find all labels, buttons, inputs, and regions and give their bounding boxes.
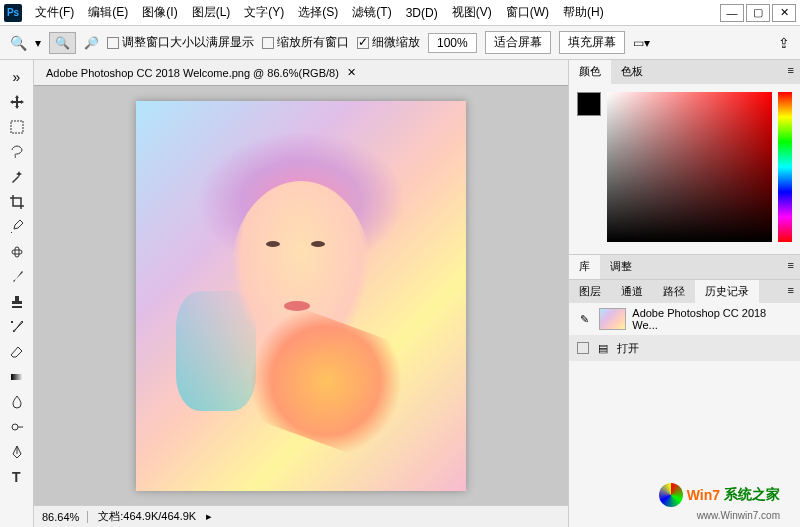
tab-adjustments[interactable]: 调整 xyxy=(600,255,642,279)
canvas-image xyxy=(136,101,466,491)
crop-tool[interactable] xyxy=(5,191,29,213)
close-button[interactable]: ✕ xyxy=(772,4,796,22)
svg-rect-2 xyxy=(15,247,19,257)
move-tool[interactable] xyxy=(5,91,29,113)
menu-layer[interactable]: 图层(L) xyxy=(185,4,238,21)
menu-view[interactable]: 视图(V) xyxy=(445,4,499,21)
ps-logo-icon: Ps xyxy=(4,4,22,22)
menu-select[interactable]: 选择(S) xyxy=(291,4,345,21)
magic-wand-tool[interactable] xyxy=(5,166,29,188)
document-tab-title: Adobe Photoshop CC 2018 Welcome.png @ 86… xyxy=(46,67,339,79)
menu-file[interactable]: 文件(F) xyxy=(28,4,81,21)
tab-layers[interactable]: 图层 xyxy=(569,280,611,303)
svg-rect-1 xyxy=(12,250,22,254)
options-bar: 🔍 ▾ 🔍 🔎 调整窗口大小以满屏显示 缩放所有窗口 细微缩放 100% 适合屏… xyxy=(0,26,800,60)
snapshot-thumb xyxy=(599,308,627,330)
resize-windows-checkbox[interactable]: 调整窗口大小以满屏显示 xyxy=(107,34,254,51)
history-marker-icon xyxy=(577,342,589,354)
canvas-area: Adobe Photoshop CC 2018 Welcome.png @ 86… xyxy=(34,60,568,527)
doc-info[interactable]: 文档:464.9K/464.9K xyxy=(98,509,196,524)
gradient-tool[interactable] xyxy=(5,366,29,388)
menu-window[interactable]: 窗口(W) xyxy=(499,4,556,21)
color-panel-tabs: 颜色 色板 ≡ xyxy=(569,60,800,84)
zoom-in-icon[interactable]: 🔍 xyxy=(49,32,76,54)
panel-menu-icon[interactable]: ≡ xyxy=(782,255,800,279)
close-tab-icon[interactable]: ✕ xyxy=(347,66,356,79)
tab-paths[interactable]: 路径 xyxy=(653,280,695,303)
lasso-tool[interactable] xyxy=(5,141,29,163)
svg-text:T: T xyxy=(12,469,21,485)
history-step-label: 打开 xyxy=(617,341,639,356)
fill-screen-button[interactable]: 填充屏幕 xyxy=(559,31,625,54)
panel-menu-icon[interactable]: ≡ xyxy=(782,60,800,84)
right-panels: 颜色 色板 ≡ 库 调整 ≡ 图层 通道 路径 历史记录 ≡ ✎ Adobe xyxy=(568,60,800,527)
document-tab[interactable]: Adobe Photoshop CC 2018 Welcome.png @ 86… xyxy=(34,60,568,86)
minimize-button[interactable]: — xyxy=(720,4,744,22)
menubar: Ps 文件(F) 编辑(E) 图像(I) 图层(L) 文字(Y) 选择(S) 滤… xyxy=(0,0,800,26)
tab-swatches[interactable]: 色板 xyxy=(611,60,653,84)
menu-filter[interactable]: 滤镜(T) xyxy=(345,4,398,21)
blur-tool[interactable] xyxy=(5,391,29,413)
collapse-icon[interactable]: » xyxy=(5,66,29,88)
layer-panel-tabs: 图层 通道 路径 历史记录 ≡ xyxy=(569,279,800,303)
zoom-tool-icon[interactable]: 🔍 xyxy=(10,35,27,51)
menu-edit[interactable]: 编辑(E) xyxy=(81,4,135,21)
history-snapshot[interactable]: ✎ Adobe Photoshop CC 2018 We... xyxy=(569,303,800,336)
menu-3d[interactable]: 3D(D) xyxy=(399,6,445,20)
color-field[interactable] xyxy=(607,92,772,242)
history-step[interactable]: ▤ 打开 xyxy=(569,336,800,361)
scrubby-zoom-checkbox[interactable]: 细微缩放 xyxy=(357,34,420,51)
zoom-level[interactable]: 86.64% xyxy=(42,511,88,523)
hue-slider[interactable] xyxy=(778,92,792,242)
healing-tool[interactable] xyxy=(5,241,29,263)
status-bar: 86.64% 文档:464.9K/464.9K ▸ xyxy=(34,505,568,527)
panel-menu-icon[interactable]: ≡ xyxy=(782,280,800,303)
canvas-viewport[interactable] xyxy=(34,86,568,505)
stamp-tool[interactable] xyxy=(5,291,29,313)
svg-rect-0 xyxy=(11,121,23,133)
brush-tool[interactable] xyxy=(5,266,29,288)
type-tool[interactable]: T xyxy=(5,466,29,488)
history-brush-tool[interactable] xyxy=(5,316,29,338)
window-controls: — ▢ ✕ xyxy=(720,4,796,22)
document-icon: ▤ xyxy=(595,340,611,356)
share-icon[interactable]: ⇪ xyxy=(778,35,790,51)
brush-icon: ✎ xyxy=(577,311,593,327)
dodge-tool[interactable] xyxy=(5,416,29,438)
chevron-down-icon[interactable]: ▾ xyxy=(35,36,41,50)
tab-color[interactable]: 颜色 xyxy=(569,60,611,84)
tab-libraries[interactable]: 库 xyxy=(569,255,600,279)
menu-help[interactable]: 帮助(H) xyxy=(556,4,611,21)
color-panel xyxy=(569,84,800,254)
marquee-tool[interactable] xyxy=(5,116,29,138)
zoom-100-button[interactable]: 100% xyxy=(428,33,477,53)
svg-point-4 xyxy=(12,424,18,430)
fit-screen-button[interactable]: 适合屏幕 xyxy=(485,31,551,54)
tab-history[interactable]: 历史记录 xyxy=(695,280,759,303)
snapshot-name: Adobe Photoshop CC 2018 We... xyxy=(632,307,792,331)
menu-image[interactable]: 图像(I) xyxy=(135,4,184,21)
tab-channels[interactable]: 通道 xyxy=(611,280,653,303)
zoom-all-checkbox[interactable]: 缩放所有窗口 xyxy=(262,34,349,51)
zoom-out-icon[interactable]: 🔎 xyxy=(84,36,99,50)
svg-rect-3 xyxy=(11,374,23,380)
pen-tool[interactable] xyxy=(5,441,29,463)
workspace: » T Adobe Photoshop CC 2018 Welcome.png … xyxy=(0,60,800,527)
library-panel-tabs: 库 调整 ≡ xyxy=(569,255,800,279)
eyedropper-tool[interactable] xyxy=(5,216,29,238)
foreground-color[interactable] xyxy=(577,92,601,116)
maximize-button[interactable]: ▢ xyxy=(746,4,770,22)
menu-type[interactable]: 文字(Y) xyxy=(237,4,291,21)
eraser-tool[interactable] xyxy=(5,341,29,363)
info-chevron-icon[interactable]: ▸ xyxy=(206,510,212,523)
tools-panel: » T xyxy=(0,60,34,527)
screen-mode-icon[interactable]: ▭▾ xyxy=(633,36,650,50)
